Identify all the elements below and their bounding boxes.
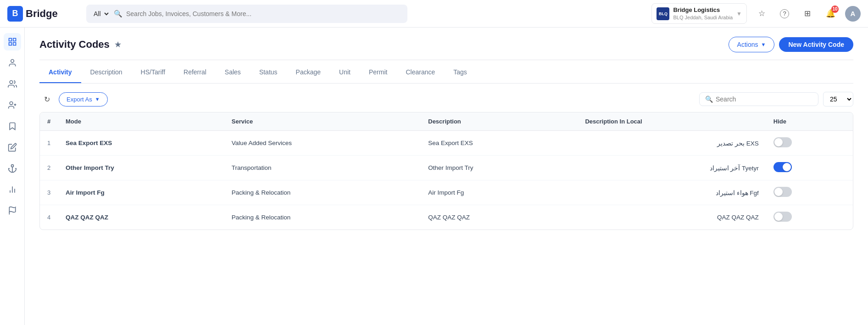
tab-tags[interactable]: Tags [444, 62, 476, 83]
activity-codes-table: #ModeServiceDescriptionDescription In Lo… [39, 112, 853, 230]
sidebar-item-person[interactable] [4, 54, 21, 72]
help-button[interactable]: ? [776, 6, 793, 22]
tab-status[interactable]: Status [250, 62, 287, 83]
tab-unit[interactable]: Unit [330, 62, 360, 83]
row-service: Packing & Relocation [224, 180, 421, 205]
svg-point-9 [11, 165, 13, 167]
user-avatar[interactable]: A [845, 6, 861, 22]
hide-toggle[interactable] [773, 162, 792, 172]
page-content: Activity Codes ★ Actions ▼ New Activity … [25, 28, 868, 325]
column-header-description-in-local: Description In Local [578, 112, 766, 131]
favorite-star-icon[interactable]: ★ [114, 39, 122, 50]
company-sub: BLQ Jeddah, Saudi Arabia [673, 14, 733, 21]
chevron-down-icon: ▼ [761, 42, 766, 47]
page-title: Activity Codes [39, 39, 110, 50]
toggle-knob [774, 188, 783, 196]
row-mode: Other Import Try [58, 156, 224, 180]
logo-icon: B [7, 6, 23, 22]
notifications-button[interactable]: 🔔 10 [822, 6, 839, 22]
search-input[interactable] [126, 10, 402, 17]
hide-toggle[interactable] [773, 187, 792, 197]
per-page-select[interactable]: 25 50 100 [823, 92, 853, 106]
row-description-local: Tyetyr آخر استيراد [578, 156, 766, 180]
help-icon: ? [780, 9, 789, 18]
row-description-local: EXS بحر تصدير [578, 131, 766, 156]
company-selector[interactable]: BLQ Bridge Logistics BLQ Jeddah, Saudi A… [651, 3, 747, 24]
toggle-knob [774, 213, 783, 221]
tab-bar: ActivityDescriptionHS/TariffReferralSale… [39, 62, 853, 84]
toolbar: ↻ Export As ▼ 🔍 25 50 100 [39, 84, 853, 112]
svg-rect-1 [13, 39, 16, 41]
column-header-#: # [40, 112, 58, 131]
svg-rect-3 [13, 43, 16, 45]
tab-description[interactable]: Description [81, 62, 132, 83]
row-service: Packing & Relocation [224, 205, 421, 230]
sidebar-item-edit[interactable] [4, 139, 21, 156]
nav-right: BLQ Bridge Logistics BLQ Jeddah, Saudi A… [651, 3, 861, 24]
row-number: 2 [40, 156, 58, 180]
row-number: 4 [40, 205, 58, 230]
table-header: #ModeServiceDescriptionDescription In Lo… [40, 112, 853, 131]
sidebar-item-flag[interactable] [4, 202, 21, 219]
header-actions: Actions ▼ New Activity Code [729, 37, 853, 52]
hide-toggle[interactable] [773, 212, 792, 222]
refresh-icon: ↻ [44, 95, 50, 104]
logo-area[interactable]: B Bridge [7, 6, 81, 22]
svg-point-6 [10, 102, 13, 105]
row-hide-toggle-cell [766, 205, 853, 230]
sidebar-item-dashboard[interactable] [4, 33, 21, 50]
company-name: Bridge Logistics [673, 6, 733, 14]
new-activity-code-button[interactable]: New Activity Code [779, 37, 853, 52]
svg-point-5 [10, 81, 13, 84]
page-header: Activity Codes ★ Actions ▼ New Activity … [39, 37, 853, 60]
table-body: 1Sea Export EXSValue Added ServicesSea E… [40, 131, 853, 230]
tab-permit[interactable]: Permit [360, 62, 396, 83]
apps-button[interactable]: ⊞ [799, 6, 816, 22]
table-search-input[interactable] [716, 95, 812, 103]
hide-toggle[interactable] [773, 137, 792, 147]
tab-activity[interactable]: Activity [39, 62, 81, 83]
sidebar [0, 28, 25, 325]
svg-rect-2 [9, 43, 11, 45]
chevron-down-icon: ▼ [95, 96, 100, 102]
sidebar-item-anchor[interactable] [4, 160, 21, 177]
search-type-select[interactable]: All [92, 10, 110, 18]
row-description-local: QAZ QAZ QAZ [578, 205, 766, 230]
toggle-knob [774, 138, 783, 146]
row-hide-toggle-cell [766, 131, 853, 156]
refresh-button[interactable]: ↻ [39, 92, 54, 106]
row-mode: Sea Export EXS [58, 131, 224, 156]
favorites-button[interactable]: ☆ [753, 6, 770, 22]
chevron-down-icon: ▼ [736, 11, 742, 17]
sidebar-item-bookmark[interactable] [4, 118, 21, 135]
row-description: Air Import Fg [421, 180, 578, 205]
actions-button[interactable]: Actions ▼ [729, 37, 775, 52]
table-search-wrap: 🔍 [699, 92, 818, 106]
column-header-hide: Hide [766, 112, 853, 131]
company-info: Bridge Logistics BLQ Jeddah, Saudi Arabi… [673, 6, 733, 21]
tab-package[interactable]: Package [287, 62, 330, 83]
app-name: Bridge [26, 8, 58, 20]
row-description: QAZ QAZ QAZ [421, 205, 578, 230]
toolbar-left: ↻ Export As ▼ [39, 92, 108, 106]
row-mode: QAZ QAZ QAZ [58, 205, 224, 230]
export-button[interactable]: Export As ▼ [59, 92, 108, 106]
row-hide-toggle-cell [766, 156, 853, 180]
toolbar-right: 🔍 25 50 100 [699, 92, 853, 106]
global-search-bar: All 🔍 [86, 5, 407, 23]
tab-clearance[interactable]: Clearance [396, 62, 444, 83]
table-row: 3Air Import FgPacking & RelocationAir Im… [40, 180, 853, 205]
column-header-mode: Mode [58, 112, 224, 131]
row-description: Other Import Try [421, 156, 578, 180]
column-header-description: Description [421, 112, 578, 131]
notification-badge: 10 [831, 6, 839, 13]
row-hide-toggle-cell [766, 180, 853, 205]
sidebar-item-add-person[interactable] [4, 96, 21, 114]
sidebar-item-chart[interactable] [4, 181, 21, 198]
sidebar-item-people[interactable] [4, 75, 21, 93]
tab-sales[interactable]: Sales [216, 62, 250, 83]
search-icon: 🔍 [114, 10, 122, 18]
tab-referral[interactable]: Referral [174, 62, 216, 83]
search-icon: 🔍 [705, 95, 713, 103]
tab-hs-tariff[interactable]: HS/Tariff [132, 62, 174, 83]
